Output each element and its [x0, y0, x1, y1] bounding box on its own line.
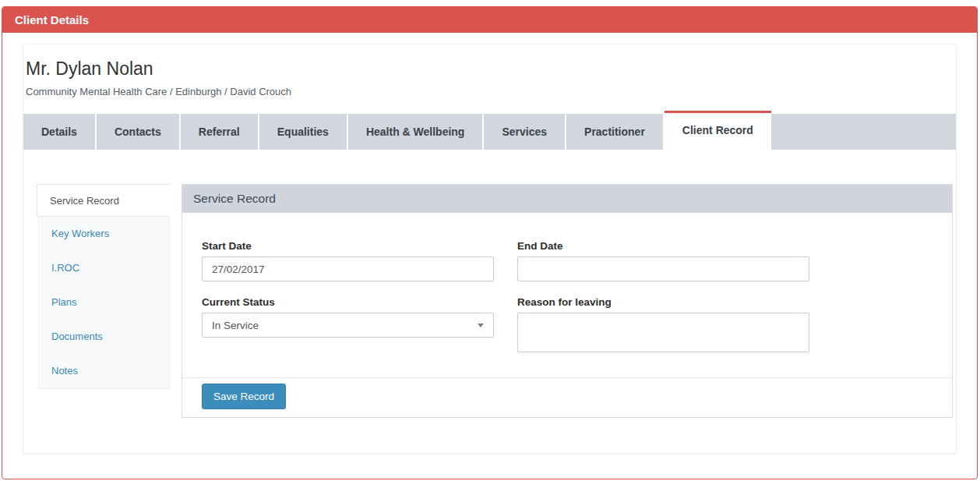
- end-date-input[interactable]: [517, 256, 809, 281]
- sidebar-item-notes[interactable]: Notes: [39, 354, 169, 388]
- tab-contacts[interactable]: Contacts: [97, 114, 181, 150]
- panel-footer: Save Record: [182, 377, 952, 417]
- start-date-label: Start Date: [202, 240, 494, 252]
- tab-client-record[interactable]: Client Record: [664, 111, 771, 150]
- tab-health-wellbeing[interactable]: Health & Wellbeing: [348, 114, 485, 150]
- window-titlebar: Client Details: [2, 7, 977, 33]
- tab-referral[interactable]: Referral: [181, 114, 259, 150]
- side-nav: Service Record Key Workers I.ROC Plans D…: [38, 184, 170, 389]
- reason-for-leaving-field-group: Reason for leaving: [517, 296, 809, 352]
- current-status-label: Current Status: [202, 296, 494, 308]
- end-date-label: End Date: [517, 240, 809, 252]
- client-details-frame: Client Details Mr. Dylan Nolan Community…: [2, 6, 978, 479]
- current-status-value: In Service: [212, 320, 259, 331]
- window-title: Client Details: [15, 13, 89, 27]
- tab-equalities[interactable]: Equalities: [259, 114, 348, 150]
- side-nav-list: Key Workers I.ROC Plans Documents Notes: [38, 216, 170, 389]
- save-record-button[interactable]: Save Record: [202, 384, 286, 409]
- current-status-field-group: Current Status In Service: [202, 296, 494, 338]
- breadcrumb: Community Mental Health Care / Edinburgh…: [26, 86, 956, 97]
- current-status-select[interactable]: In Service: [202, 313, 494, 338]
- tab-practitioner[interactable]: Practitioner: [566, 114, 664, 150]
- end-date-field-group: End Date: [517, 240, 809, 281]
- caret-down-icon: [478, 324, 484, 327]
- sidebar-item-documents[interactable]: Documents: [39, 320, 169, 354]
- sidebar-item-iroc[interactable]: I.ROC: [39, 251, 169, 285]
- client-card: Mr. Dylan Nolan Community Mental Health …: [23, 44, 957, 454]
- sidebar-item-service-record[interactable]: Service Record: [37, 184, 171, 217]
- sidebar-item-plans[interactable]: Plans: [39, 285, 169, 320]
- reason-for-leaving-label: Reason for leaving: [517, 296, 809, 308]
- tab-bar: Details Contacts Referral Equalities Hea…: [23, 114, 956, 150]
- service-record-form: Start Date End Date Current Status In Se…: [182, 213, 952, 352]
- sidebar-item-key-workers[interactable]: Key Workers: [39, 217, 169, 251]
- start-date-field-group: Start Date: [202, 240, 494, 281]
- tab-services[interactable]: Services: [484, 114, 566, 150]
- service-record-panel: Service Record Start Date End Date Curr: [182, 184, 953, 418]
- panel-title: Service Record: [182, 185, 952, 213]
- reason-for-leaving-textarea[interactable]: [517, 313, 809, 352]
- client-record-content: Service Record Key Workers I.ROC Plans D…: [23, 150, 956, 418]
- start-date-input[interactable]: [202, 256, 494, 281]
- tab-details[interactable]: Details: [23, 114, 97, 150]
- page-title: Mr. Dylan Nolan: [26, 58, 956, 80]
